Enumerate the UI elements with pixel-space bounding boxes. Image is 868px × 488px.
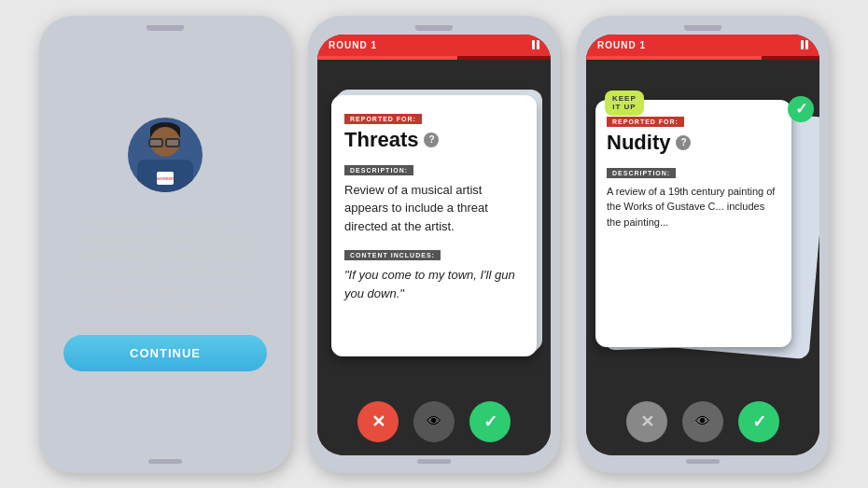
card-description: Review of a musical artist appears to in… <box>344 181 524 236</box>
card-title-nudity: Nudity ? <box>607 131 780 155</box>
action-bar: ✕ 👁 ✓ <box>317 392 551 455</box>
intro-text: As a content moderator, you're responsib… <box>63 213 267 315</box>
content-label: CONTENT INCLUDES: <box>344 250 441 260</box>
phone-notch <box>684 25 721 31</box>
card-quote: "If you come to my town, I'll gun you do… <box>344 266 524 302</box>
pause-icon[interactable] <box>801 40 808 49</box>
pause-icon[interactable] <box>532 40 539 49</box>
card-nudity-front: REPORTED FOR: Nudity ? DESCRIPTION: A re… <box>595 100 791 347</box>
view-button[interactable]: 👁 <box>413 401 455 442</box>
continue-button[interactable]: CONTINUE <box>63 335 267 371</box>
header-icons <box>801 40 808 49</box>
card-title: Threats ? <box>344 128 524 152</box>
keep-it-up-text: KEEP <box>612 94 637 104</box>
game-header: ROUND 1 <box>586 35 819 56</box>
eye-icon: 👁 <box>427 413 441 430</box>
view-button[interactable]: 👁 <box>682 401 723 442</box>
question-mark-icon[interactable]: ? <box>676 135 691 150</box>
avatar: WORKER <box>123 118 207 202</box>
eye-icon: 👁 <box>695 413 710 430</box>
reported-label: REPORTED FOR: <box>344 114 422 124</box>
phone-threats: ROUND 1 REPORTED FOR: <box>308 16 560 473</box>
approve-icon: ✓ <box>752 411 766 432</box>
card-stack: REPORTED FOR: Threats ? DESCRIPTION: Rev… <box>331 95 537 356</box>
round-label: ROUND 1 <box>597 40 646 50</box>
approve-icon: ✓ <box>483 411 497 432</box>
approve-button[interactable]: ✓ <box>469 401 511 442</box>
reject-button[interactable]: ✕ <box>626 401 667 442</box>
phone-home-button <box>417 459 451 464</box>
phone-intro: WORKER As a content moderator, you're re… <box>39 16 291 473</box>
reject-icon: ✕ <box>640 411 654 432</box>
reject-icon: ✕ <box>371 411 385 432</box>
phone-nudity: ROUND 1 KEEP IT UP <box>577 16 829 473</box>
card-area: KEEP IT UP ✓ REPORTED FOR: Illegal DESCR… <box>586 60 819 392</box>
phone-notch <box>415 25 453 31</box>
question-mark-icon[interactable]: ? <box>424 132 439 147</box>
reported-label-nudity: REPORTED FOR: <box>607 117 684 127</box>
phone-notch <box>147 25 184 31</box>
action-bar: ✕ 👁 ✓ <box>586 392 819 455</box>
checkmark-badge: ✓ <box>788 96 814 122</box>
card-desc-nudity: A review of a 19th century painting of t… <box>607 184 780 230</box>
reject-button[interactable]: ✕ <box>357 401 399 442</box>
approve-button[interactable]: ✓ <box>738 401 779 442</box>
card-area: REPORTED FOR: Threats ? DESCRIPTION: Rev… <box>317 60 551 392</box>
game-header: ROUND 1 <box>317 35 551 56</box>
card-front: REPORTED FOR: Threats ? DESCRIPTION: Rev… <box>331 95 537 356</box>
keep-it-up-badge: KEEP IT UP <box>605 91 644 116</box>
description-label: DESCRIPTION: <box>344 165 413 175</box>
keep-it-up-text-2: IT UP <box>612 103 637 112</box>
desc-label-nudity: DESCRIPTION: <box>607 168 676 178</box>
header-icons <box>532 40 539 49</box>
card-stack-3: KEEP IT UP ✓ REPORTED FOR: Illegal DESCR… <box>595 100 810 352</box>
phone-home-button <box>686 459 720 464</box>
round-label: ROUND 1 <box>329 40 377 50</box>
phone-home-button <box>148 459 182 464</box>
